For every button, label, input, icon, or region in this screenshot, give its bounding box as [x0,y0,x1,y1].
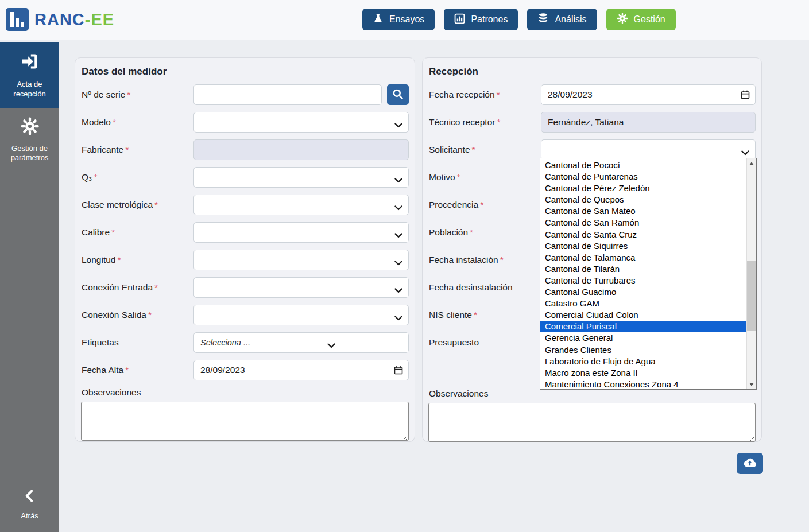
field-row-fecha-recepcion: Fecha recepción* 28/09/2023 [428,84,756,105]
sidebar: Acta de recepción Gestión de parámetros … [0,42,59,532]
solicitante-select[interactable] [541,139,756,160]
solicitante-option[interactable]: Comercial Ciudad Colon [540,309,746,321]
nav-ensayos-button[interactable]: Ensayos [362,9,435,30]
solicitante-option[interactable]: Cantonal de Quepos [540,194,746,205]
scrollbar-thumb[interactable] [747,261,756,331]
field-row-tecnico-receptor: Técnico receptor* Fernández, Tatiana [428,112,756,133]
reception-observaciones-label: Observaciones [429,389,756,400]
solicitante-option[interactable]: Cantonal de Santa Cruz [540,229,746,240]
dropdown-scrollbar[interactable] [746,158,756,389]
magnifier-icon [392,88,404,102]
field-row-fabricante: Fabricante* [81,139,409,160]
solicitante-option[interactable]: Cantonal de Siquirres [540,240,746,252]
submit-upload-button[interactable] [737,453,763,474]
sidebar-item-gestion-parametros[interactable]: Gestión de parámetros [0,108,59,172]
field-row-conexion-salida: Conexión Salida* [81,305,409,325]
nis-cliente-label: NIS cliente* [428,310,541,320]
scrollbar-track[interactable] [747,168,756,379]
modelo-select[interactable] [193,112,409,133]
chevron-down-icon [394,313,402,323]
field-row-modelo: Modelo* [81,112,409,133]
triangle-up-icon [749,162,754,165]
reception-observaciones-textarea[interactable] [428,403,756,442]
q3-select[interactable] [193,167,409,188]
chevron-down-icon [394,175,402,185]
fabricante-input [193,139,409,160]
nav-analisis-label: Análisis [555,14,586,25]
top-navigation: Ensayos Patrones Análisis Gestión [362,9,676,30]
poblacion-label: Población* [428,227,541,238]
longitud-label: Longitud* [81,255,193,265]
solicitante-option[interactable]: Grandes Clientes [540,344,746,356]
sidebar-item-acta-label: Acta de recepción [2,80,57,99]
meter-observaciones-textarea[interactable] [81,402,409,441]
gear-icon [617,13,628,26]
conexion-entrada-select[interactable] [193,277,409,298]
nav-gestion-label: Gestión [634,14,665,25]
chevron-down-icon [394,203,402,213]
solicitante-option[interactable]: Mantenimiento Conexiones Zona 4 [540,379,746,389]
field-row-clase: Clase metrológica* [81,195,409,215]
solicitante-label: Solicitante* [428,145,541,155]
sidebar-back-button[interactable]: Atrás [0,480,59,530]
tecnico-receptor-input: Fernández, Tatiana [541,112,756,133]
nav-analisis-button[interactable]: Análisis [527,9,597,30]
field-row-etiquetas: Etiquetas Selecciona ... [81,332,409,353]
conexion-salida-select[interactable] [193,305,409,325]
meter-panel-title: Datos del medidor [82,66,409,77]
solicitante-option[interactable]: Cantonal de San Mateo [540,205,746,217]
solicitante-option[interactable]: Cantonal de Tilarán [540,263,746,275]
fabricante-label: Fabricante* [81,145,193,155]
nav-patrones-button[interactable]: Patrones [444,9,518,30]
field-row-q3: Q₃* [81,167,409,188]
gear-icon [20,117,40,139]
calibre-label: Calibre* [81,227,193,238]
chevron-down-icon [327,340,335,351]
solicitante-option[interactable]: Cantonal de Talamanca [540,252,746,263]
fecha-recepcion-date-input[interactable]: 28/09/2023 [541,84,756,105]
solicitante-option[interactable]: Cantonal de Puntarenas [540,171,746,182]
nav-patrones-label: Patrones [471,14,508,25]
solicitante-option[interactable]: Laboratorio de Flujo de Agua [540,356,746,367]
calendar-icon[interactable] [394,366,403,377]
bar-chart-logo-icon [6,8,29,31]
solicitante-option[interactable]: Cantonal de Pococí [540,160,746,171]
scroll-down-button[interactable] [747,379,756,389]
tecnico-receptor-label: Técnico receptor* [428,117,541,127]
solicitante-option[interactable]: Cantonal Guacimo [540,286,746,298]
scroll-up-button[interactable] [747,158,756,168]
flask-icon [373,13,384,26]
field-row-calibre: Calibre* [81,222,409,243]
solicitante-option[interactable]: Gerencia General [540,332,746,344]
sidebar-item-acta-recepcion[interactable]: Acta de recepción [0,42,59,108]
solicitante-option[interactable]: Cantonal de San Ramón [540,217,746,228]
chevron-down-icon [394,120,402,130]
modelo-label: Modelo* [81,117,193,127]
serie-input[interactable] [193,84,382,105]
solicitante-option-selected[interactable]: Comercial Puriscal [540,321,746,332]
solicitante-option[interactable]: Cantonal de Pérez Zeledón [540,182,746,194]
fecha-alta-date-input[interactable]: 28/09/2023 [193,360,409,380]
chevron-down-icon [394,285,402,296]
conexion-salida-label: Conexión Salida* [81,310,193,320]
calendar-icon[interactable] [741,90,750,102]
solicitante-option[interactable]: Cantonal de Turrubares [540,275,746,286]
nav-gestion-button[interactable]: Gestión [606,9,676,30]
conexion-entrada-label: Conexión Entrada* [81,282,193,293]
triangle-down-icon [749,383,754,386]
field-row-serie: Nº de serie* [81,84,409,105]
reception-panel: Recepción Fecha recepción* 28/09/2023 Té… [422,57,762,442]
calibre-select[interactable] [193,222,409,243]
longitud-select[interactable] [193,250,409,270]
solicitante-option[interactable]: Macro zona este Zona II [540,367,746,379]
meter-observaciones-label: Observaciones [82,387,409,399]
motivo-label: Motivo* [428,172,541,182]
field-row-conexion-entrada: Conexión Entrada* [81,277,409,298]
etiquetas-multiselect[interactable]: Selecciona ... [193,332,409,353]
field-row-longitud: Longitud* [81,250,409,270]
solicitante-option[interactable]: Catastro GAM [540,298,746,309]
field-row-fecha-alta: Fecha Alta* 28/09/2023 [81,360,409,380]
clase-metrologica-select[interactable] [193,195,409,215]
field-row-solicitante: Solicitante* [428,139,756,160]
serie-search-button[interactable] [387,84,409,105]
